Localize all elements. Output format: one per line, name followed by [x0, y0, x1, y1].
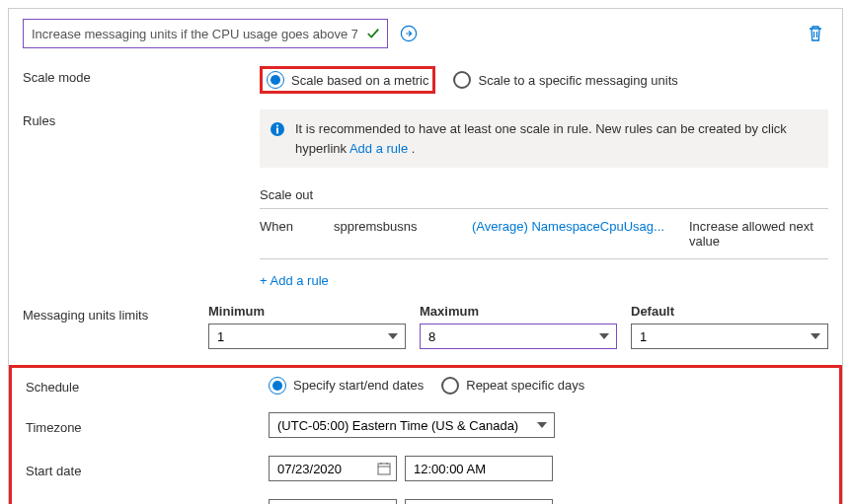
- rules-info-text: It is recommended to have at least one s…: [295, 119, 814, 158]
- timezone-row: Timezone: [22, 412, 829, 438]
- scale-mode-metric-label: Scale based on a metric: [291, 73, 428, 88]
- add-rule-inline-link[interactable]: Add a rule: [349, 141, 408, 156]
- submit-arrow-icon[interactable]: [396, 21, 422, 46]
- schedule-label: Schedule: [22, 376, 269, 395]
- rules-table: Scale out When sppremsbusns (Average) Na…: [260, 187, 828, 288]
- radio-unselected-icon: [441, 377, 459, 395]
- radio-selected-icon: [269, 377, 286, 395]
- rules-info-box: It is recommended to have at least one s…: [260, 109, 828, 168]
- schedule-repeat-radio[interactable]: Repeat specific days: [441, 377, 584, 395]
- add-rule-link[interactable]: + Add a rule: [260, 273, 828, 288]
- radio-unselected-icon: [453, 71, 471, 89]
- minimum-select[interactable]: [208, 324, 406, 349]
- scale-mode-row: Scale mode Scale based on a metric Scale…: [23, 66, 828, 94]
- rule-resource: sppremsbusns: [334, 219, 452, 249]
- svg-rect-4: [378, 464, 390, 474]
- end-date-input[interactable]: [269, 499, 397, 504]
- delete-condition-icon[interactable]: [803, 21, 828, 46]
- calendar-icon[interactable]: [377, 462, 391, 475]
- scale-mode-metric-radio[interactable]: Scale based on a metric: [267, 71, 428, 89]
- rules-label: Rules: [23, 109, 260, 128]
- default-select[interactable]: [631, 324, 828, 349]
- minimum-label: Minimum: [208, 304, 406, 319]
- svg-point-2: [276, 124, 278, 126]
- autoscale-condition-panel: Scale mode Scale based on a metric Scale…: [8, 8, 843, 504]
- timezone-select[interactable]: [269, 412, 555, 438]
- header-row: [23, 19, 828, 48]
- start-time-input[interactable]: [405, 456, 553, 481]
- scale-mode-specific-label: Scale to a specific messaging units: [478, 73, 677, 88]
- condition-name-field-wrap: [23, 19, 388, 48]
- maximum-select[interactable]: [420, 324, 617, 349]
- end-date-row: End date: [22, 499, 829, 504]
- radio-selected-icon: [267, 71, 284, 89]
- info-icon: [270, 121, 285, 137]
- start-date-label: Start date: [22, 460, 269, 478]
- highlight-schedule-block: Schedule Specify start/end dates Repeat …: [9, 365, 842, 504]
- start-date-row: Start date: [22, 456, 829, 481]
- condition-name-input[interactable]: [23, 19, 388, 48]
- timezone-label: Timezone: [22, 416, 269, 435]
- valid-check-icon: [366, 27, 380, 40]
- schedule-startend-radio[interactable]: Specify start/end dates: [269, 377, 424, 395]
- svg-rect-3: [276, 128, 278, 134]
- maximum-label: Maximum: [420, 304, 617, 319]
- rules-table-row[interactable]: When sppremsbusns (Average) NamespaceCpu…: [260, 209, 828, 259]
- rules-row: Rules It is recommended to have at least…: [23, 109, 828, 288]
- schedule-repeat-label: Repeat specific days: [466, 378, 584, 393]
- highlight-scale-based-metric: Scale based on a metric: [260, 66, 435, 94]
- scale-mode-specific-radio[interactable]: Scale to a specific messaging units: [453, 71, 677, 89]
- limits-row: Messaging units limits Minimum Maximum D…: [23, 304, 828, 349]
- schedule-row: Schedule Specify start/end dates Repeat …: [22, 376, 829, 395]
- rule-when-label: When: [260, 219, 314, 249]
- rule-action: Increase allowed next value: [689, 219, 828, 249]
- schedule-startend-label: Specify start/end dates: [293, 378, 424, 393]
- rules-table-header: Scale out: [260, 187, 828, 208]
- rule-metric-link[interactable]: (Average) NamespaceCpuUsag...: [472, 219, 669, 249]
- end-time-input[interactable]: [405, 499, 553, 504]
- scale-mode-label: Scale mode: [23, 66, 260, 85]
- default-label: Default: [631, 304, 828, 319]
- limits-label: Messaging units limits: [23, 304, 208, 323]
